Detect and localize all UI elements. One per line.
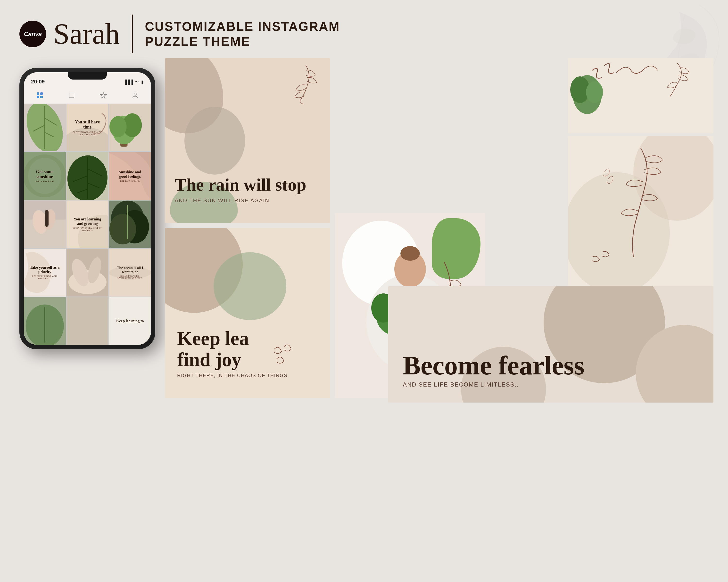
nav-grid-icon[interactable] [35, 91, 44, 100]
svg-point-54 [400, 246, 420, 261]
grid-cell-11 [67, 249, 108, 296]
grid-cell-7 [24, 200, 66, 248]
svg-rect-1 [37, 92, 39, 95]
card-line-art [568, 136, 713, 286]
grid-cell-priority: Take yourself as a priority BECAUSE IF N… [24, 249, 66, 296]
svg-rect-33 [45, 210, 49, 227]
svg-point-38 [109, 214, 136, 244]
card-become-fearless: Become fearless AND SEE LIFE BECOME LIMI… [388, 286, 713, 403]
subtitle-block: CUSTOMIZABLE INSTAGRAM PUZZLE THEME [145, 19, 340, 49]
nav-square-icon[interactable] [67, 91, 76, 100]
wifi-icon: 〜 [135, 79, 139, 85]
grid-cell-ocean: The ocean is all I want to be BEAUTIFUL,… [109, 249, 151, 296]
keep-text-block: Keep leafind joy RIGHT THERE, IN THE CHA… [177, 328, 323, 378]
header-divider [132, 15, 133, 53]
rain-shape-2 [184, 107, 245, 175]
phone-status-icons: ▐▐▐ 〜 ▮ [124, 79, 144, 85]
svg-rect-5 [69, 93, 74, 98]
svg-point-50 [586, 81, 603, 103]
nav-person-icon[interactable] [131, 91, 139, 100]
subtitle-line1: CUSTOMIZABLE INSTAGRAM [145, 19, 340, 34]
signal-icon: ▐▐▐ [124, 80, 133, 85]
svg-point-7 [134, 93, 136, 95]
brand-title: Sarah [53, 20, 120, 49]
svg-rect-47 [67, 297, 108, 345]
header: Canva Sarah CUSTOMIZABLE INSTAGRAM PUZZL… [19, 15, 340, 53]
grid-cell-9 [109, 200, 151, 248]
phone-mockup: 20:09 ▐▐▐ 〜 ▮ [19, 68, 155, 349]
phone-screen: 20:09 ▐▐▐ 〜 ▮ [24, 72, 151, 345]
phone-nav-bar [24, 87, 151, 104]
grid-cell-get-sunshine: Get some sunshine AND FRESH AIR [24, 152, 66, 200]
svg-marker-6 [101, 93, 106, 98]
battery-icon: ▮ [141, 79, 144, 85]
fearless-main-text: Become fearless [403, 352, 584, 379]
fearless-text-block: Become fearless AND SEE LIFE BECOME LIMI… [403, 352, 584, 388]
svg-rect-4 [40, 96, 43, 98]
grid-cell-sunshine-feelings: Sunshine and good feelings THE KEY TO LI… [109, 152, 151, 200]
card-keep-find-joy: Keep leafind joy RIGHT THERE, IN THE CHA… [165, 228, 330, 398]
cards-area: The rain will stop AND THE SUN WILL RISE… [165, 58, 713, 567]
grid-cell-keep-learning: Keep learning to [109, 297, 151, 345]
svg-rect-2 [40, 92, 43, 95]
rain-leaf-art [291, 63, 320, 112]
grid-cell-2: You still have time SLOW DOWN AND ENJOY … [67, 104, 108, 151]
svg-rect-3 [37, 96, 39, 98]
card-rain-will-stop: The rain will stop AND THE SUN WILL RISE… [165, 58, 330, 223]
fearless-sub-text: AND SEE LIFE BECOME LIMITLESS.. [403, 381, 584, 388]
grid-cell-5 [67, 152, 108, 200]
phone-outer-shell: 20:09 ▐▐▐ 〜 ▮ [19, 68, 155, 349]
keep-sub-text: RIGHT THERE, IN THE CHAOS OF THINGS. [177, 373, 323, 378]
phone-instagram-grid: You still have time SLOW DOWN AND ENJOY … [24, 104, 151, 345]
grid-cell-14 [67, 297, 108, 345]
phone-notch [68, 72, 107, 80]
svg-point-19 [109, 116, 127, 137]
grid-cell-learning: You are learning and growing SO ENJOY EV… [67, 200, 108, 248]
canva-label: Canva [24, 30, 42, 38]
canva-logo: Canva [19, 21, 46, 47]
card-botanical-top-right [568, 58, 713, 133]
grid-cell-1 [24, 104, 66, 151]
grid-cell-3 [109, 104, 151, 151]
rain-main-text: The rain will stop [175, 175, 320, 194]
rain-sub-text: AND THE SUN WILL RISE AGAIN [175, 197, 320, 204]
nav-star-icon[interactable] [99, 91, 108, 100]
subtitle-line2: PUZZLE THEME [145, 34, 340, 49]
phone-time: 20:09 [31, 79, 45, 85]
grid-cell-13 [24, 297, 66, 345]
keep-main-text: Keep leafind joy [177, 328, 323, 370]
rain-text-block: The rain will stop AND THE SUN WILL RISE… [175, 175, 320, 204]
